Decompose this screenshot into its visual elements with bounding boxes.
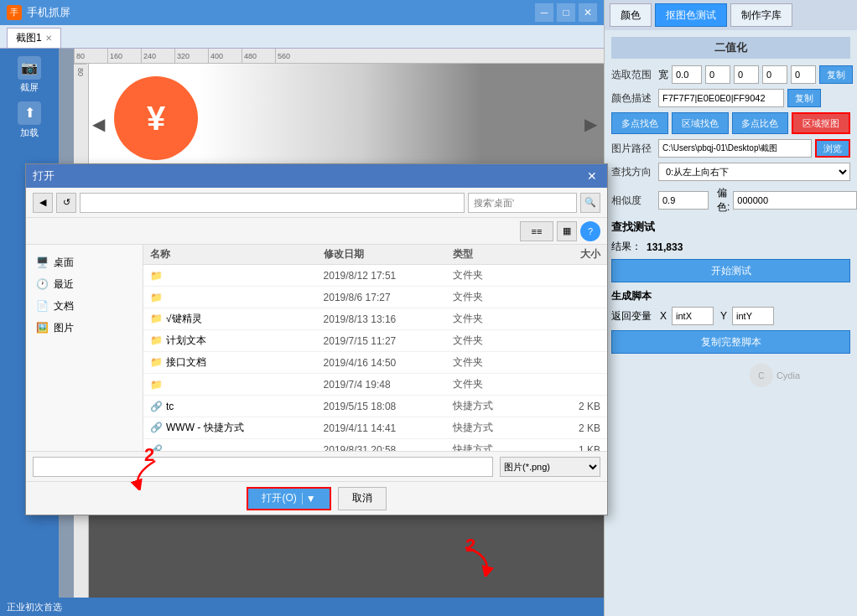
nav-search-input[interactable] — [468, 193, 577, 213]
cydia-watermark: C Cydia — [605, 364, 800, 387]
multi-color-btn[interactable]: 多点找色 — [611, 112, 668, 134]
copy-full-script-button[interactable]: 复制完整脚本 — [611, 330, 850, 354]
app-title: 手机抓屏 — [27, 5, 535, 20]
status-bar: 正业初次首选 — [0, 598, 604, 616]
region-color-btn[interactable]: 区域找色 — [672, 112, 729, 134]
list-item[interactable]: 📁计划文本 2019/7/15 11:27 文件夹 — [143, 330, 607, 352]
offset-input[interactable] — [733, 191, 857, 210]
sidebar-docs[interactable]: 📄 文档 — [26, 295, 143, 317]
link-icon: 🔗 — [150, 444, 163, 452]
color-desc-input[interactable] — [658, 89, 784, 107]
sidebar-pictures[interactable]: 🖼️ 图片 — [26, 317, 143, 339]
dialog-main: 名称 修改日期 类型 大小 📁 2019/8/12 17:51 文件夹 📁 20… — [143, 245, 607, 451]
screenshot-icon: 📷 — [18, 56, 41, 80]
width-label: 宽 — [658, 68, 668, 82]
help-btn[interactable]: ? — [580, 221, 600, 241]
tab-make-font[interactable]: 制作字库 — [730, 3, 792, 27]
copy-color-button[interactable]: 复制 — [787, 89, 821, 107]
list-item[interactable]: 📁 2019/7/4 19:48 文件夹 — [143, 374, 607, 396]
list-item[interactable]: 🔗 2019/8/31 20:58 快捷方式 1 KB — [143, 439, 607, 451]
dialog-bottom: 图片(*.png) — [26, 451, 607, 481]
file-type-select[interactable]: 图片(*.png) — [500, 457, 600, 477]
box-input-1[interactable] — [705, 65, 730, 84]
var-x-input[interactable] — [672, 307, 714, 325]
recent-icon: 🕐 — [36, 278, 49, 290]
similarity-label: 相似度 — [611, 194, 655, 208]
folder-icon: 📁 — [150, 270, 163, 282]
region-cutout-btn[interactable]: 区域抠图 — [792, 112, 850, 134]
sidebar-item-screenshot[interactable]: 📷 截屏 — [4, 54, 55, 96]
col-date: 修改日期 — [324, 247, 454, 261]
ruler-horizontal: 80 160 240 320 400 480 560 — [74, 49, 604, 64]
var-y-input[interactable] — [732, 307, 774, 325]
list-item[interactable]: 📁 2019/8/6 17:27 文件夹 — [143, 287, 607, 308]
sidebar-recent[interactable]: 🕐 最近 — [26, 273, 143, 295]
open-button[interactable]: 打开(O) ▼ — [247, 487, 330, 510]
cancel-button[interactable]: 取消 — [338, 487, 387, 510]
close-button[interactable]: ✕ — [579, 3, 597, 22]
nav-search-button[interactable]: 🔍 — [580, 193, 600, 213]
maximize-button[interactable]: □ — [557, 3, 575, 22]
view-toggle-btn[interactable]: ▦ — [557, 221, 577, 241]
dialog-close-button[interactable]: ✕ — [584, 168, 600, 184]
docs-icon: 📄 — [36, 300, 49, 312]
browse-button[interactable]: 浏览 — [815, 139, 850, 158]
tab-color[interactable]: 颜色 — [610, 3, 652, 27]
search-dir-select[interactable]: 0:从左上向右下 — [658, 163, 850, 181]
open-label: 打开(O) — [262, 491, 296, 505]
multi-compare-btn[interactable]: 多点比色 — [732, 112, 789, 134]
copy-range-button[interactable]: 复制 — [819, 65, 853, 84]
folder-icon: 📁 — [150, 356, 163, 368]
img-path-label: 图片路径 — [611, 142, 655, 156]
minimize-button[interactable]: ─ — [535, 3, 553, 22]
nav-arrow-right[interactable]: ▶ — [584, 114, 597, 134]
nav-back-btn[interactable]: ◀ — [33, 193, 53, 213]
dialog-nav: ◀ ↺ 🔍 — [26, 188, 607, 218]
select-range-label: 选取范围 — [611, 68, 655, 82]
list-item[interactable]: 🔗tc 2019/5/15 18:08 快捷方式 2 KB — [143, 396, 607, 417]
dialog-action-row: 打开(O) ▼ 取消 — [26, 481, 607, 515]
app-titlebar: 手 手机抓屏 ─ □ ✕ — [0, 0, 604, 25]
nav-path-input[interactable] — [80, 193, 465, 213]
width-input[interactable] — [672, 65, 702, 84]
desktop-icon: 🖥️ — [36, 256, 49, 268]
col-size: 大小 — [540, 247, 600, 261]
ruler-mark: 240 — [141, 49, 174, 63]
open-dropdown-arrow[interactable]: ▼ — [302, 493, 316, 505]
method-btn-group: 多点找色 区域找色 多点比色 区域抠图 — [611, 112, 850, 134]
list-item[interactable]: 🔗WWW - 快捷方式 2019/4/11 14:41 快捷方式 2 KB — [143, 417, 607, 439]
list-item[interactable]: 📁√键精灵 2019/8/13 13:16 文件夹 — [143, 308, 607, 330]
folder-icon: 📁 — [150, 292, 163, 303]
box-input-2[interactable] — [734, 65, 759, 84]
box-input-4[interactable] — [791, 65, 816, 84]
tab-label: 截图1 — [16, 31, 42, 45]
pictures-icon: 🖼️ — [36, 322, 49, 334]
right-top-tabs: 颜色 抠图色测试 制作字库 — [605, 0, 857, 30]
list-item[interactable]: 📁 2019/8/12 17:51 文件夹 — [143, 265, 607, 287]
list-header: 名称 修改日期 类型 大小 — [143, 245, 607, 265]
dialog-body: 🖥️ 桌面 🕐 最近 📄 文档 🖼️ 图片 名称 修改日期 类型 大小 — [26, 245, 607, 451]
cydia-logo: C — [750, 364, 773, 387]
tab-screenshot[interactable]: 截图1 ✕ — [7, 28, 61, 48]
var-y-label: Y — [720, 310, 727, 322]
filename-input[interactable] — [33, 457, 493, 477]
sidebar-item-screenshot-label: 截屏 — [20, 81, 39, 94]
start-test-button[interactable]: 开始测试 — [611, 259, 850, 282]
dialog-title: 打开 — [33, 168, 584, 184]
sidebar-desktop[interactable]: 🖥️ 桌面 — [26, 251, 143, 273]
load-icon: ⬆ — [18, 101, 41, 125]
nav-arrow-left[interactable]: ◀ — [92, 114, 105, 134]
sidebar-item-load[interactable]: ⬆ 加载 — [4, 99, 55, 141]
link-icon: 🔗 — [150, 422, 163, 433]
file-list: 📁 2019/8/12 17:51 文件夹 📁 2019/8/6 17:27 文… — [143, 265, 607, 451]
tab-close-icon[interactable]: ✕ — [45, 34, 52, 43]
find-test-label: 查找测试 — [611, 220, 655, 235]
img-path-input[interactable] — [658, 139, 812, 158]
list-item[interactable]: 📁接口文档 2019/4/16 14:50 文件夹 — [143, 352, 607, 374]
nav-refresh-btn[interactable]: ↺ — [56, 193, 76, 213]
result-row: 结果： 131,833 — [611, 240, 850, 254]
box-input-3[interactable] — [762, 65, 787, 84]
view-options-btn[interactable]: ≡≡ — [520, 221, 553, 241]
similarity-input[interactable] — [658, 191, 709, 210]
tab-color-test[interactable]: 抠图色测试 — [655, 3, 727, 27]
